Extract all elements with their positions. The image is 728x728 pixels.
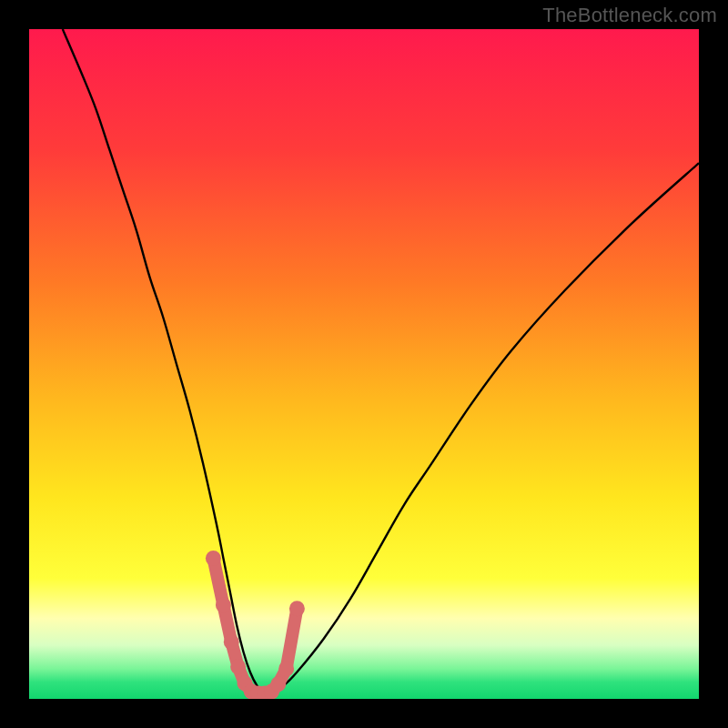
- marker-dot: [230, 659, 246, 674]
- watermark-text: TheBottleneck.com: [542, 4, 717, 27]
- marker-dot: [216, 597, 231, 612]
- marker-dot: [206, 551, 221, 566]
- marker-dot: [278, 661, 294, 676]
- chart-frame: TheBottleneck.com: [0, 0, 728, 728]
- plot-background: [29, 29, 699, 699]
- bottleneck-chart: [0, 0, 728, 728]
- marker-dot: [270, 676, 286, 692]
- marker-dot: [224, 634, 239, 650]
- marker-dot: [289, 601, 305, 616]
